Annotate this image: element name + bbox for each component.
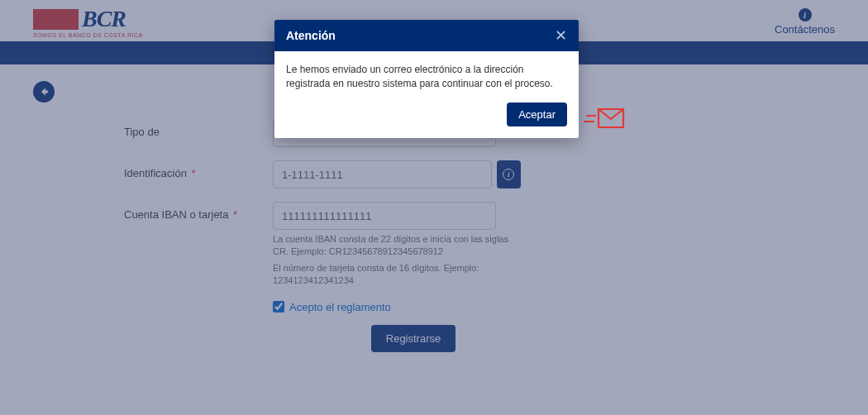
modal-footer: Aceptar — [274, 103, 579, 138]
modal-body: Le hemos enviado un correo electrónico a… — [274, 51, 579, 103]
modal-title: Atención — [286, 29, 336, 42]
modal-header: Atención ✕ — [274, 20, 579, 51]
close-icon: ✕ — [555, 27, 567, 44]
mail-illustration — [582, 106, 627, 137]
aceptar-button[interactable]: Aceptar — [507, 103, 567, 126]
atencion-modal: Atención ✕ Le hemos enviado un correo el… — [274, 20, 579, 138]
modal-close-button[interactable]: ✕ — [555, 28, 567, 43]
